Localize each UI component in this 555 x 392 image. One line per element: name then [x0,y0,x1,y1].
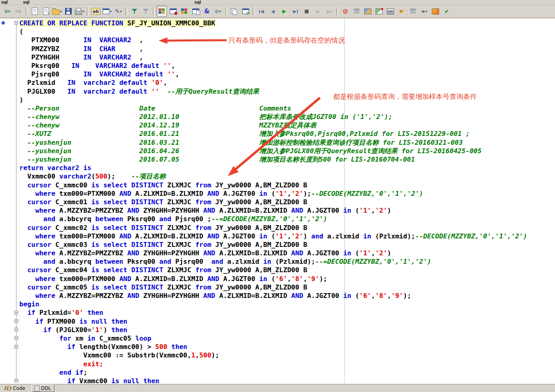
first-record-button[interactable]: ◀ [256,6,267,17]
output-icon: c» [215,9,221,14]
test-window-icon [170,8,177,14]
fold-line [16,25,17,379]
export-html-button[interactable] [363,6,373,17]
forward-button[interactable]: ⇨ [13,6,24,17]
test-window-button[interactable] [168,6,178,17]
fold-marker[interactable] [14,311,18,314]
last-record-icon: ▶ [327,9,331,14]
toolbar-separator [225,7,227,16]
code-line: Pksrq00 IN VARCHAR2 default '', [19,62,555,70]
skip-record-icon: ▶ [316,9,320,14]
new-document-button[interactable] [29,6,40,17]
code-line: where A.MZZYBZ=PMZZYBZ AND ZYHGHH=PZYHGH… [19,249,555,257]
report-window-icon [181,8,188,14]
find-replace-button[interactable]: ab [91,6,101,17]
orange-window-icon [432,8,439,14]
format-icon: ✎ [115,8,120,14]
fold-marker[interactable] [14,379,18,382]
code-line: --chenyw 2014.12.19 MZZYBZ指定具体表 [19,121,555,129]
code-line: --yushenjun 2016.07.05 增加项目名称长度到500 for … [19,155,555,164]
open-file-button[interactable]: ▾ [52,6,62,17]
export-image-button[interactable] [374,6,384,17]
export-html-icon [364,8,371,14]
ddl-icon [35,386,39,391]
more-tools-button[interactable]: »▾ [419,6,429,17]
next-record-button[interactable]: ▶ [290,6,301,17]
tab-ddl-label: DDL [41,386,51,391]
journal-button[interactable] [351,6,362,17]
last-record-button[interactable]: ▶ [324,6,334,17]
code-line: end if; [19,368,555,377]
code-line: where txm000=PTXM000 AND A.ZLXMID=B.ZLXM… [19,232,555,240]
code-line: cursor C_xmmc02 is select DISTINCT ZLXMJ… [19,224,555,232]
copy-window-button[interactable] [229,6,239,17]
window-tab-label[interactable]: sql [194,0,201,4]
browser-window-button[interactable] [190,6,201,17]
back-button[interactable]: ⇦ [2,6,12,17]
code-line: if PTXM000 is null then [19,317,555,326]
fold-marker[interactable] [14,336,18,340]
run-button[interactable]: ▶ [279,6,289,17]
stop-button[interactable]: ■ [301,6,312,17]
edit-document-icon [43,8,49,15]
code-line: if lengthb(Vxmmc00) > 500 then [19,343,555,351]
fold-marker[interactable] [14,328,18,331]
code-line: --Person Date Comments [19,104,555,113]
prior-record-button[interactable]: ◀ [268,6,278,17]
toolbar-separator [253,7,254,16]
format-button[interactable]: ✎▾ [113,6,124,17]
code-line: where A.MZZYBZ=PMZZYBZ AND ZYHGHH=PZYHGH… [19,206,555,215]
filter-button[interactable] [129,6,140,17]
sql-window-button[interactable] [157,6,167,17]
export-image-icon [376,8,383,14]
bookmark-dot-icon [2,21,5,25]
browser-window-icon [192,8,199,14]
open-file-icon [52,10,60,15]
fold-marker[interactable] [14,319,18,323]
compare-window-button[interactable] [240,6,251,17]
annotation-note-1: 只有条形码，但是条形码存在空的情况 [229,36,345,44]
code-line: if (PJGLX00='1') then [19,326,555,334]
toolbar-separator [87,7,89,16]
break-button[interactable]: ⊘ [340,6,351,17]
report-window-button[interactable] [179,6,190,17]
fold-marker[interactable] [14,345,18,349]
find-replace-icon: ab [91,8,100,15]
code-line: Pzlxmid IN varchar2 default '0', [19,78,555,87]
tab-ddl[interactable]: DDL [31,384,54,392]
snapshot-button[interactable] [385,6,396,17]
skip-record-button[interactable]: ▶ [313,6,323,17]
save-button[interactable] [63,6,74,17]
code-line: where txm000=PTXM000 AND A.ZLXMID=B.ZLXM… [19,189,555,198]
edit-document-button[interactable] [41,6,51,17]
filter-off-button[interactable] [140,6,151,17]
output-button[interactable]: c» [213,6,223,17]
code-area[interactable]: CREATE OR REPLACE FUNCTION SF_JY_UNION_X… [19,19,555,384]
window-list-button[interactable]: ▾ [102,6,112,17]
beautifier-icon: ✔ [444,8,449,14]
footer: f() Code DDL [0,384,555,392]
hand-tool-button[interactable]: ☛ [396,6,407,17]
code-line: ( [19,27,555,36]
code-line: cursor C_xmmc05 is select DISTINCT ZLXMJ… [19,283,555,291]
sql-window-icon [159,8,165,14]
orange-window-button[interactable] [430,6,441,17]
annotation-note-2: 都是根据条形码查询，需要增加样本号查询条件 [333,92,477,101]
code-line: PMZZYBZ IN CHAR , [19,45,555,53]
window-tab-label[interactable]: sql [23,0,30,4]
window-tab-label[interactable]: sql [1,0,8,4]
print-button[interactable]: ▾ [74,6,85,17]
substitution-button[interactable]: & [202,6,212,17]
code-line: return varchar2 is [19,164,555,172]
prior-record-icon: ◀ [271,9,274,14]
more-tools-icon: » [421,8,425,14]
outline-button[interactable] [408,6,418,17]
code-line: --yushenjun 2016.04.26 增加入参PJGLX00用于Quer… [19,147,555,155]
code-line: cursor C_xmmc04 is select DISTINCT ZLXMJ… [19,266,555,274]
stop-icon: ■ [304,9,309,14]
beautifier-button[interactable]: ✔ [442,6,452,17]
fold-marker[interactable] [14,21,18,25]
tab-code[interactable]: f() Code [1,385,28,392]
code-editor[interactable]: CREATE OR REPLACE FUNCTION SF_JY_UNION_X… [0,18,555,384]
hand-tool-icon: ☛ [399,8,404,14]
